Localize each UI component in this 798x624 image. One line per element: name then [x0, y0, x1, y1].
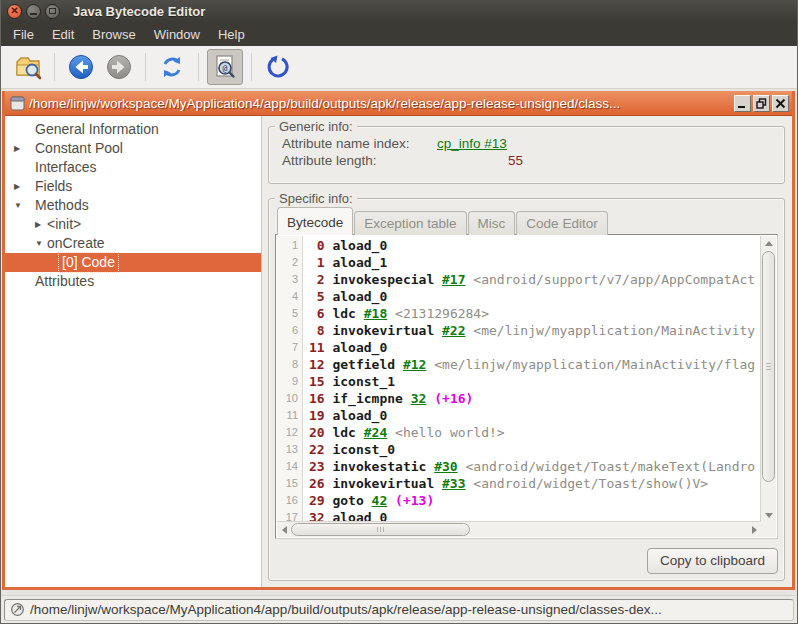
forward-arrow-icon [106, 54, 132, 80]
internal-frame-title: /home/linjw/workspace/MyApplication4/app… [29, 96, 729, 111]
app-window: ✕ Java Bytecode Editor FileEditBrowseWin… [0, 0, 798, 624]
toolbar-separator [198, 53, 199, 81]
bytecode-line: 15 iconst_1 [309, 373, 761, 390]
reset-button[interactable] [260, 49, 296, 85]
up-arrow-icon [765, 241, 773, 246]
vertical-scrollbar[interactable] [760, 236, 776, 522]
tab-bytecode[interactable]: Bytecode [277, 207, 353, 235]
instruction-offset: 11 [309, 339, 325, 356]
instruction-mnemonic: iconst_1 [332, 374, 395, 389]
menubar: FileEditBrowseWindowHelp [1, 22, 797, 46]
line-number: 16 [277, 492, 298, 509]
line-number: 15 [277, 475, 298, 492]
tab-exception-table[interactable]: Exception table [354, 211, 466, 235]
instruction-mnemonic: ldc [332, 425, 355, 440]
close-icon: ✕ [10, 6, 18, 16]
instruction-offset: 15 [309, 373, 325, 390]
left-arrow-icon [282, 526, 287, 534]
tab-misc[interactable]: Misc [468, 211, 516, 235]
constant-pool-link[interactable]: #22 [442, 323, 465, 338]
instruction-offset: 20 [309, 424, 325, 441]
bytecode-line: 23 invokestatic #30 <android/widget/Toas… [309, 458, 761, 475]
tree-item-init[interactable]: ▶<init> [5, 215, 261, 234]
tree-item-oncreate[interactable]: ▼onCreate [5, 234, 261, 253]
attribute-name-index-label: Attribute name index: [282, 136, 437, 151]
instruction-mnemonic: if_icmpne [332, 391, 402, 406]
down-arrow-icon [765, 513, 773, 518]
instruction-offset: 6 [309, 305, 325, 322]
scroll-right-button[interactable] [747, 522, 761, 537]
reload-button[interactable] [154, 49, 190, 85]
instruction-offset: 22 [309, 441, 325, 458]
instruction-offset: 26 [309, 475, 325, 492]
menu-file[interactable]: File [4, 24, 43, 45]
internal-maximize-button[interactable] [753, 95, 770, 112]
menu-edit[interactable]: Edit [43, 24, 83, 45]
copy-to-clipboard-button[interactable]: Copy to clipboard [647, 548, 778, 574]
scroll-up-button[interactable] [761, 236, 776, 250]
cp-info-link[interactable]: cp_info #13 [437, 136, 523, 151]
tree-item-fields[interactable]: ▶Fields [5, 177, 261, 196]
minimize-icon [737, 98, 748, 109]
desktop-pane: /home/linjw/workspace/MyApplication4/app… [1, 89, 797, 595]
menu-browse[interactable]: Browse [83, 24, 144, 45]
minimize-icon [30, 13, 37, 15]
line-number: 2 [277, 254, 298, 271]
menu-help[interactable]: Help [209, 24, 254, 45]
window-maximize-button[interactable] [45, 4, 60, 19]
constant-pool-link[interactable]: #12 [403, 357, 426, 372]
tab-code-editor[interactable]: Code Editor [516, 211, 607, 235]
instruction-offset: 29 [309, 492, 325, 509]
tree-item-attributes[interactable]: Attributes [5, 272, 261, 291]
constant-pool-link[interactable]: #30 [434, 459, 457, 474]
window-titlebar[interactable]: ✕ Java Bytecode Editor [1, 0, 797, 22]
collapsed-arrow-icon[interactable]: ▶ [35, 215, 41, 234]
status-path-text: /home/linjw/workspace/MyApplication4/app… [30, 602, 662, 617]
find-button[interactable]: @ [207, 49, 243, 85]
undo-circle-icon [265, 54, 291, 80]
forward-button[interactable] [101, 49, 137, 85]
tree-item-methods[interactable]: ▼Methods [5, 196, 261, 215]
collapsed-arrow-icon[interactable]: ▶ [14, 139, 20, 158]
horizontal-scrollbar[interactable] [277, 521, 761, 537]
collapsed-arrow-icon[interactable]: ▶ [14, 177, 20, 196]
internal-frame-titlebar[interactable]: /home/linjw/workspace/MyApplication4/app… [5, 91, 792, 116]
attribute-length-label: Attribute length: [282, 153, 437, 168]
instruction-offset: 16 [309, 390, 325, 407]
horizontal-scroll-thumb[interactable] [291, 523, 470, 536]
scroll-left-button[interactable] [277, 522, 291, 537]
scroll-down-button[interactable] [761, 508, 776, 522]
restore-icon [756, 98, 767, 109]
bytecode-line: 12 getfield #12 <me/linjw/myapplication/… [309, 356, 761, 373]
expanded-arrow-icon[interactable]: ▼ [35, 234, 43, 253]
internal-close-button[interactable] [772, 95, 789, 112]
instruction-mnemonic: aload_1 [332, 255, 387, 270]
menu-window[interactable]: Window [145, 24, 209, 45]
expanded-arrow-icon[interactable]: ▼ [14, 196, 22, 215]
class-file-icon [10, 602, 25, 617]
constant-pool-link[interactable]: #24 [364, 425, 387, 440]
branch-target-link[interactable]: 32 [411, 391, 427, 406]
tree-item-general-information[interactable]: General Information [5, 120, 261, 139]
branch-target-link[interactable]: 42 [372, 493, 388, 508]
bytecode-line: 22 iconst_0 [309, 441, 761, 458]
open-class-file-button[interactable] [10, 49, 46, 85]
internal-minimize-button[interactable] [734, 95, 751, 112]
window-close-button[interactable]: ✕ [7, 4, 22, 19]
line-number: 7 [277, 339, 298, 356]
attribute-length-value: 55 [437, 153, 523, 168]
instruction-offset: 1 [309, 254, 325, 271]
right-arrow-icon [752, 526, 757, 534]
back-button[interactable] [63, 49, 99, 85]
constant-pool-link[interactable]: #17 [442, 272, 465, 287]
line-number: 13 [277, 441, 298, 458]
tree-item-interfaces[interactable]: Interfaces [5, 158, 261, 177]
constant-pool-link[interactable]: #18 [364, 306, 387, 321]
generic-info-group: Generic info: Attribute name index: cp_i… [268, 126, 785, 184]
vertical-scroll-thumb[interactable] [762, 251, 775, 482]
constant-pool-link[interactable]: #33 [442, 476, 465, 491]
tree-item-constant-pool[interactable]: ▶Constant Pool [5, 139, 261, 158]
window-minimize-button[interactable] [26, 4, 41, 19]
bytecode-line: 2 invokespecial #17 <android/support/v7/… [309, 271, 761, 288]
tree-item-0-code[interactable]: [0] Code [5, 253, 261, 272]
